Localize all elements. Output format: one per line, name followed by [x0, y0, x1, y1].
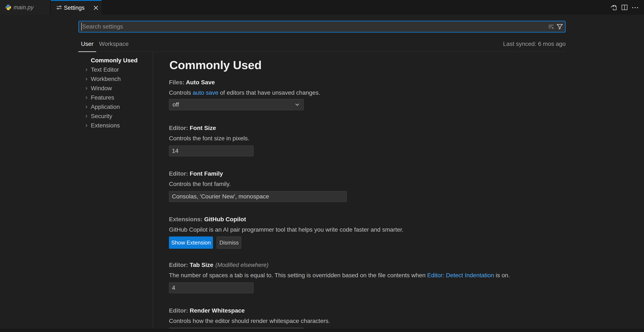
funnel-icon[interactable]: [556, 23, 563, 30]
setting-description: Controls the font family.: [169, 181, 231, 187]
toc-item-features[interactable]: Features: [78, 93, 152, 102]
clear-filters-icon[interactable]: [548, 23, 554, 30]
tab-settings-label: Settings: [64, 1, 85, 15]
toc-item-application[interactable]: Application: [78, 102, 152, 112]
chevron-right-icon: [84, 123, 88, 128]
setting-description: GitHub Copilot is an AI pair programmer …: [169, 227, 404, 233]
auto-save-link[interactable]: auto save: [193, 89, 218, 96]
tab-user-settings[interactable]: User: [78, 38, 96, 52]
setting-description: Controls how the editor should render wh…: [169, 318, 330, 324]
setting-title: Editor: Font Size: [169, 125, 216, 131]
python-icon: [6, 5, 11, 10]
font-family-input[interactable]: [169, 191, 347, 202]
auto-save-select[interactable]: off: [169, 99, 304, 110]
text-caret: [81, 23, 82, 31]
setting-row-editor-tab-size: Editor: Tab Size(Modified elsewhere) The…: [169, 262, 567, 308]
bottom-edge-band: [0, 329, 644, 332]
settings-scope-row: User Workspace Last synced: 6 mos ago: [78, 38, 566, 52]
toc-item-extensions[interactable]: Extensions: [78, 121, 152, 130]
toc-item-workbench[interactable]: Workbench: [78, 74, 152, 84]
tab-settings[interactable]: Settings: [51, 0, 102, 15]
last-synced-status: Last synced: 6 mos ago: [503, 38, 566, 52]
dismiss-button[interactable]: Dismiss: [216, 236, 241, 249]
setting-row-editor-render-whitespace: Editor: Render Whitespace Controls how t…: [169, 308, 567, 332]
tab-main-py[interactable]: main.py: [0, 0, 50, 15]
settings-toc: Commonly Used Text Editor Workbench Wind…: [78, 56, 152, 130]
settings-sliders-icon: [56, 5, 62, 10]
setting-description: Controls auto save of editors that have …: [169, 90, 320, 96]
setting-row-editor-font-size: Editor: Font Size Controls the font size…: [169, 125, 567, 170]
setting-row-extensions-github-copilot: Extensions: GitHub Copilot GitHub Copilo…: [169, 216, 567, 262]
toc-item-security[interactable]: Security: [78, 112, 152, 121]
search-settings-input[interactable]: Search settings: [78, 21, 566, 32]
setting-row-files-auto-save: Files: Auto Save Controls auto save of e…: [169, 79, 567, 125]
setting-row-editor-font-family: Editor: Font Family Controls the font fa…: [169, 170, 567, 216]
detect-indentation-link[interactable]: Editor: Detect Indentation: [427, 272, 494, 279]
chevron-down-icon: [294, 101, 300, 108]
chevron-right-icon: [84, 68, 88, 72]
editor-tab-bar: main.py Settings: [0, 0, 644, 15]
editor-actions: [610, 0, 644, 15]
search-placeholder: Search settings: [82, 21, 123, 32]
show-extension-button[interactable]: Show Extension: [169, 236, 213, 249]
chevron-right-icon: [84, 77, 88, 81]
setting-title: Editor: Tab Size(Modified elsewhere): [169, 262, 268, 268]
tab-size-input[interactable]: [169, 282, 254, 293]
chevron-right-icon: [84, 114, 88, 118]
modified-elsewhere-note: (Modified elsewhere): [214, 262, 269, 268]
split-editor-icon[interactable]: [621, 4, 628, 11]
tab-workspace-settings[interactable]: Workspace: [99, 38, 129, 52]
setting-description: The number of spaces a tab is equal to. …: [169, 272, 510, 279]
chevron-right-icon: [84, 86, 88, 90]
chevron-right-icon: [84, 105, 88, 109]
setting-description: Controls the font size in pixels.: [169, 135, 250, 142]
toc-item-window[interactable]: Window: [78, 84, 152, 93]
setting-title: Extensions: GitHub Copilot: [169, 216, 246, 222]
toc-item-text-editor[interactable]: Text Editor: [78, 65, 152, 74]
page-title: Commonly Used: [169, 58, 262, 72]
go-to-file-icon[interactable]: [610, 4, 617, 11]
more-actions-icon[interactable]: [632, 4, 638, 11]
toc-splitter[interactable]: [153, 52, 153, 329]
setting-title: Editor: Font Family: [169, 170, 223, 177]
toc-item-commonly-used[interactable]: Commonly Used: [78, 56, 152, 65]
close-icon[interactable]: [93, 5, 99, 11]
font-size-input[interactable]: [169, 145, 254, 156]
setting-title: Editor: Render Whitespace: [169, 308, 245, 314]
active-scope-underline: [78, 51, 96, 52]
tab-main-py-label: main.py: [14, 0, 34, 15]
setting-title: Files: Auto Save: [169, 79, 215, 86]
header-divider: [78, 52, 566, 52]
chevron-right-icon: [84, 96, 88, 100]
